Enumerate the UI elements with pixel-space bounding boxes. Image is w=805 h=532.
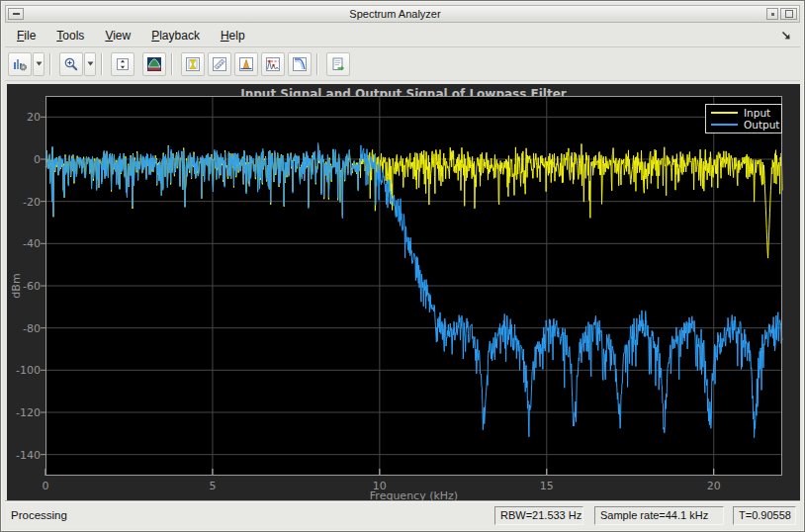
cursor-measurements-icon: [185, 56, 201, 72]
export-button[interactable]: [326, 52, 350, 76]
zoom-dropdown[interactable]: [84, 52, 96, 76]
zoom-icon: [63, 56, 79, 72]
figure-area: Input Signal and Output Signal of Lowpas…: [7, 84, 800, 501]
status-rbw: RBW=21.533 Hz: [494, 506, 583, 525]
y-tick-label: -80: [7, 322, 41, 335]
status-sample-rate: Sample rate=44.1 kHz: [594, 506, 724, 525]
peak-finder-button[interactable]: [234, 52, 258, 76]
status-text: Processing: [11, 502, 67, 529]
legend-swatch-input: [711, 112, 738, 114]
legend-label-input: Input: [744, 107, 770, 119]
y-tick-label: 0: [7, 153, 41, 166]
ccdf-measurements-icon: [292, 56, 308, 72]
spectrum-view-button[interactable]: [142, 52, 166, 76]
export-icon: [330, 56, 346, 72]
legend-swatch-output: [711, 124, 738, 126]
menu-playback[interactable]: Playback: [144, 27, 207, 44]
peak-finder-icon: [238, 56, 254, 72]
spectrum-settings-icon: [12, 56, 28, 72]
y-tick-label: -60: [7, 280, 41, 293]
y-tick-label: -140: [7, 449, 41, 462]
y-tick-label: -120: [7, 406, 41, 419]
legend[interactable]: Input Output: [705, 104, 782, 133]
status-sim-time: T=0.90558: [733, 506, 796, 525]
maximize-button[interactable]: [780, 8, 797, 20]
distortion-measurements-icon: [265, 56, 281, 72]
dropdown-caret-icon: [36, 61, 43, 66]
menu-tools[interactable]: Tools: [49, 27, 91, 44]
x-tick-label: 0: [32, 480, 59, 492]
menu-view[interactable]: View: [98, 27, 137, 44]
window-title: Spectrum Analyzer: [24, 8, 766, 20]
toolbar-separator: [49, 53, 51, 75]
distortion-measurements-button[interactable]: [261, 52, 285, 76]
dock-arrow-icon[interactable]: [780, 30, 793, 43]
y-tick-label: -20: [7, 196, 41, 209]
toolbar-separator: [101, 53, 103, 75]
x-tick-label: 20: [700, 480, 728, 492]
toolbar-separator: [316, 53, 318, 75]
restore-button[interactable]: [766, 8, 778, 20]
legend-entry-output: Output: [711, 120, 776, 131]
legend-entry-input: Input: [711, 108, 776, 119]
zoom-button[interactable]: [59, 52, 83, 76]
x-tick-label: 5: [199, 480, 226, 492]
toolbar-separator: [171, 53, 173, 75]
menu-help[interactable]: Help: [214, 27, 252, 44]
dropdown-caret-icon: [87, 61, 94, 66]
menu-file[interactable]: File: [10, 27, 43, 44]
spectrum-settings-dropdown[interactable]: [33, 52, 45, 76]
restore-icon: [771, 13, 774, 16]
legend-label-output: Output: [744, 119, 779, 131]
toolbar: [5, 47, 800, 81]
y-tick-label: -100: [7, 364, 41, 377]
measurements-ruler-button[interactable]: [208, 52, 231, 76]
autoscale-axes-icon: [115, 56, 131, 72]
statusbar: Processing RBW=21.533 Hz Sample rate=44.…: [5, 501, 800, 529]
minimize-icon: [13, 13, 20, 15]
autoscale-axes-button[interactable]: [111, 52, 134, 76]
spectrum-analyzer-window: Spectrum Analyzer File Tools View Playba…: [0, 0, 805, 532]
plot-canvas[interactable]: [45, 96, 782, 476]
titlebar[interactable]: Spectrum Analyzer: [5, 5, 800, 23]
spectrum-view-icon: [146, 56, 162, 72]
x-tick-label: 15: [533, 480, 561, 492]
minimize-button[interactable]: [8, 8, 24, 20]
menubar: File Tools View Playback Help: [5, 25, 800, 47]
cursor-measurements-button[interactable]: [181, 52, 205, 76]
ccdf-measurements-button[interactable]: [288, 52, 312, 76]
y-tick-label: -40: [7, 237, 41, 250]
x-tick-label: 10: [366, 480, 394, 492]
y-tick-label: 20: [7, 111, 41, 124]
measurements-ruler-icon: [212, 56, 227, 72]
spectrum-settings-button[interactable]: [8, 52, 32, 76]
maximize-icon: [785, 10, 793, 18]
